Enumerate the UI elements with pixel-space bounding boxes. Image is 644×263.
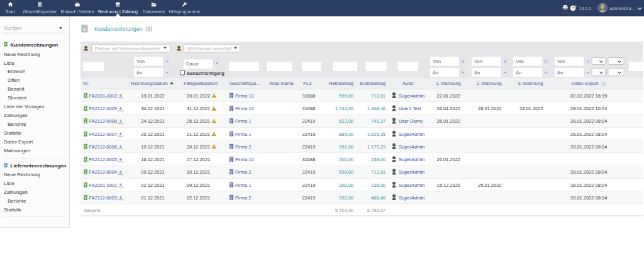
svg-text:$: $ [83,27,86,32]
svg-text:?: ? [572,6,574,10]
